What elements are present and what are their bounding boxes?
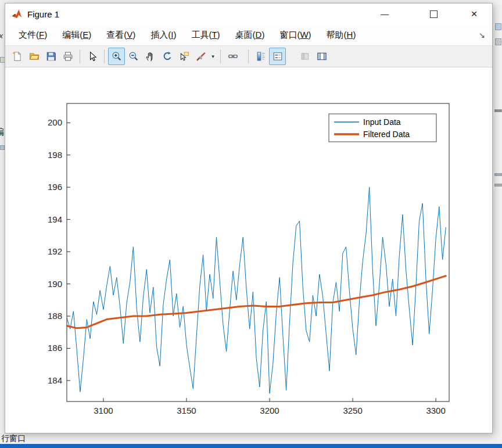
svg-text:188: 188 (48, 311, 62, 321)
new-figure-icon[interactable] (9, 48, 26, 65)
pan-icon[interactable] (142, 48, 159, 65)
background-icon-fragment (495, 23, 501, 30)
svg-text:198: 198 (48, 150, 62, 160)
figure-canvas: 3100315032003250330018418618819019219419… (5, 67, 492, 433)
menu-desktop[interactable]: 桌面(D) (228, 26, 272, 45)
titlebar[interactable]: Figure 1 — × (5, 3, 492, 24)
menu-insert[interactable]: 插入(I) (143, 26, 184, 45)
rotate-3d-icon[interactable] (159, 48, 175, 65)
insert-colorbar-icon[interactable] (252, 48, 269, 65)
background-char-fragment: 编 (0, 127, 4, 138)
svg-text:3200: 3200 (260, 406, 279, 415)
brush-icon[interactable] (192, 48, 209, 65)
chart-svg[interactable]: 3100315032003250330018418618819019219419… (5, 67, 492, 432)
window-title: Figure 1 (27, 9, 59, 19)
command-window-label-fragment: 行窗口 (1, 433, 26, 444)
menu-help[interactable]: 帮助(H) (319, 26, 364, 45)
background-line-fragment (494, 184, 502, 187)
background-line-fragment (494, 173, 502, 176)
maximize-button[interactable] (421, 3, 446, 24)
svg-text:190: 190 (48, 279, 62, 289)
maximize-icon (430, 10, 438, 18)
svg-text:192: 192 (48, 246, 62, 256)
insert-legend-icon[interactable] (269, 48, 286, 65)
background-fx-fragment: fx (0, 31, 3, 40)
figure-toolbar: ▾ (5, 45, 492, 67)
figure-window: Figure 1 — × 文件(F) 编辑(E) 查看(V) 插入(I) 工具(… (5, 3, 493, 433)
print-figure-icon[interactable] (59, 48, 76, 65)
menu-file[interactable]: 文件(F) (11, 26, 55, 45)
background-desktop-right-sliver (493, 0, 502, 448)
svg-text:3100: 3100 (94, 406, 113, 415)
svg-text:3300: 3300 (426, 406, 445, 415)
background-icon-fragment (0, 145, 5, 150)
zoom-in-icon[interactable] (108, 48, 125, 65)
open-file-icon[interactable] (26, 48, 42, 65)
background-desktop-bottom-sliver: 行窗口 (0, 433, 502, 448)
svg-text:3150: 3150 (177, 406, 196, 415)
svg-text:186: 186 (48, 343, 62, 353)
menu-edit[interactable]: 编辑(E) (55, 26, 99, 45)
background-line-fragment (494, 109, 502, 112)
edit-plot-icon[interactable] (84, 48, 101, 65)
dock-arrow-icon[interactable]: ↘ (479, 31, 485, 40)
toolbar-separator (80, 49, 80, 63)
background-icon-fragment (495, 38, 501, 45)
data-cursor-icon[interactable] (175, 48, 192, 65)
svg-text:Input Data: Input Data (363, 117, 401, 127)
toolbar-separator (104, 49, 105, 63)
svg-text:Filtered Data: Filtered Data (363, 130, 410, 139)
minimize-button[interactable]: — (372, 3, 397, 24)
brush-dropdown-caret[interactable]: ▾ (209, 48, 217, 64)
show-plot-tools-icon[interactable] (313, 48, 330, 65)
svg-text:184: 184 (48, 375, 62, 385)
svg-text:196: 196 (48, 182, 62, 192)
save-figure-icon[interactable] (42, 48, 59, 65)
svg-text:3250: 3250 (343, 406, 362, 415)
background-accent-bar (0, 444, 502, 448)
menu-window[interactable]: 窗口(W) (272, 26, 318, 45)
menu-tools[interactable]: 工具(T) (184, 26, 227, 45)
toolbar-separator (220, 49, 221, 63)
link-plot-icon[interactable] (224, 48, 241, 65)
svg-text:194: 194 (48, 214, 62, 224)
zoom-out-icon[interactable] (125, 48, 142, 65)
toolbar-separator (248, 49, 249, 63)
hide-plot-tools-icon[interactable] (296, 48, 313, 65)
svg-text:200: 200 (48, 117, 62, 127)
close-button[interactable]: × (462, 3, 486, 24)
matlab-logo-icon[interactable] (11, 8, 23, 20)
menubar: 文件(F) 编辑(E) 查看(V) 插入(I) 工具(T) 桌面(D) 窗口(W… (5, 24, 492, 45)
menu-view[interactable]: 查看(V) (99, 26, 143, 45)
